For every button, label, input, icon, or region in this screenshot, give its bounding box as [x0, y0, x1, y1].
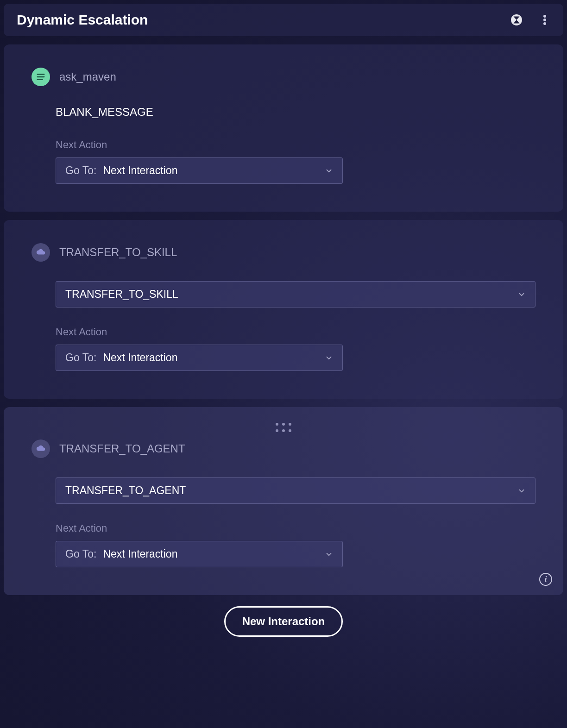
- next-action-select[interactable]: Go To: Next Interaction: [56, 345, 343, 371]
- card-header: TRANSFER_TO_AGENT: [32, 439, 536, 458]
- new-interaction-button[interactable]: New Interaction: [224, 606, 343, 637]
- goto-value: Next Interaction: [103, 351, 177, 364]
- goto-prefix: Go To:: [65, 164, 96, 177]
- page-title: Dynamic Escalation: [17, 12, 148, 28]
- cloud-icon: [32, 439, 50, 458]
- next-action-select[interactable]: Go To: Next Interaction: [56, 157, 343, 184]
- card-title: TRANSFER_TO_AGENT: [59, 442, 185, 455]
- card-header: ask_maven: [32, 68, 536, 86]
- transfer-agent-select[interactable]: TRANSFER_TO_AGENT: [56, 477, 536, 504]
- select-value: TRANSFER_TO_SKILL: [65, 288, 178, 301]
- transfer-skill-select[interactable]: TRANSFER_TO_SKILL: [56, 281, 536, 308]
- chevron-down-icon: [325, 167, 333, 175]
- chevron-down-icon: [325, 550, 333, 559]
- goto-value: Next Interaction: [103, 548, 177, 560]
- goto-prefix: Go To:: [65, 351, 96, 364]
- next-action-label: Next Action: [56, 326, 536, 338]
- interaction-card-transfer-skill: TRANSFER_TO_SKILL TRANSFER_TO_SKILL Next…: [4, 220, 563, 399]
- svg-point-0: [511, 14, 522, 25]
- chevron-down-icon: [325, 354, 333, 362]
- lines-icon: [32, 68, 50, 86]
- cloud-icon: [32, 243, 50, 262]
- hourglass-icon[interactable]: [510, 14, 523, 26]
- message-text: BLANK_MESSAGE: [56, 106, 536, 119]
- interaction-card-ask-maven: ask_maven BLANK_MESSAGE Next Action Go T…: [4, 44, 563, 212]
- card-title: TRANSFER_TO_SKILL: [59, 246, 177, 259]
- header-bar: Dynamic Escalation: [4, 4, 563, 36]
- goto-prefix: Go To:: [65, 548, 96, 560]
- next-action-label: Next Action: [56, 522, 536, 534]
- next-action-select[interactable]: Go To: Next Interaction: [56, 541, 343, 567]
- drag-handle-icon[interactable]: [276, 423, 291, 432]
- next-action-label: Next Action: [56, 139, 536, 151]
- header-actions: [510, 13, 550, 27]
- kebab-menu-icon[interactable]: [539, 13, 550, 27]
- card-title: ask_maven: [59, 70, 116, 83]
- goto-value: Next Interaction: [103, 164, 177, 177]
- chevron-down-icon: [517, 290, 526, 299]
- select-value: TRANSFER_TO_AGENT: [65, 484, 186, 497]
- chevron-down-icon: [517, 487, 526, 495]
- interaction-card-transfer-agent: TRANSFER_TO_AGENT TRANSFER_TO_AGENT Next…: [4, 407, 563, 595]
- info-icon[interactable]: i: [539, 573, 552, 586]
- footer: New Interaction: [4, 606, 563, 637]
- card-header: TRANSFER_TO_SKILL: [32, 243, 536, 262]
